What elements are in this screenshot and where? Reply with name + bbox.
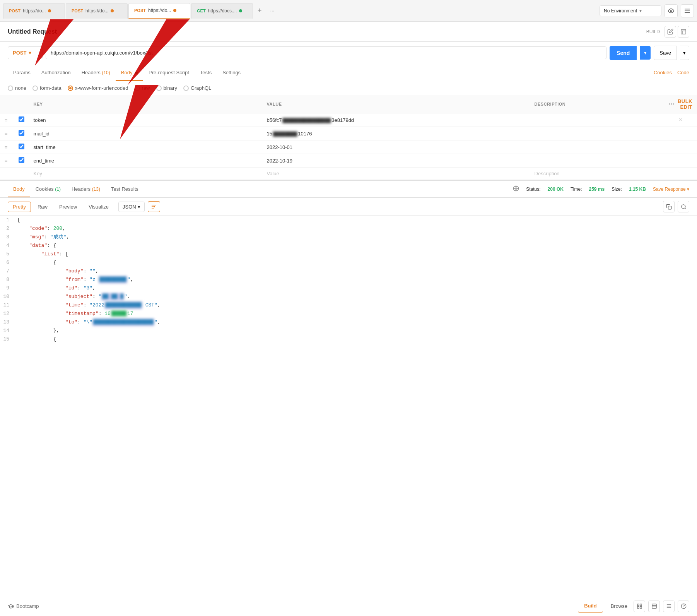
json-viewer: 1 { 2 "code": 200, 3 "msg": "成功", 4 "da <box>0 216 697 344</box>
tab-params[interactable]: Params <box>8 65 36 81</box>
row-key-cell[interactable]: end_time <box>29 154 262 168</box>
cookies-count: (1) <box>55 187 61 192</box>
method-chevron-icon: ▾ <box>29 50 31 56</box>
row-key-cell[interactable]: mail_id <box>29 127 262 140</box>
table-more-button[interactable]: ··· <box>669 101 675 108</box>
tab-3[interactable]: POST https://do... <box>128 3 190 19</box>
send-dropdown-button[interactable]: ▾ <box>640 46 651 60</box>
resp-tab-headers[interactable]: Headers (13) <box>66 181 106 197</box>
url-input[interactable] <box>46 46 606 59</box>
row-desc-cell[interactable] <box>530 113 664 127</box>
empty-desc[interactable]: Description <box>530 168 664 180</box>
row-desc-cell[interactable] <box>530 127 664 140</box>
row-handle: ≡ <box>0 113 14 127</box>
svg-rect-17 <box>637 607 639 608</box>
row-desc-cell[interactable] <box>530 140 664 154</box>
footer-grid-icon-button[interactable] <box>634 601 645 612</box>
json-line-8: 8 "from": "z █████████", <box>0 275 697 284</box>
fmt-tab-visualize[interactable]: Visualize <box>84 202 114 212</box>
bulk-edit-button[interactable]: Bulk Edit <box>678 98 692 110</box>
add-tab-button[interactable]: + <box>254 4 266 17</box>
row-delete-button[interactable]: × <box>679 116 682 123</box>
json-line-11: 11 "time": "2022████████████ CST", <box>0 301 697 310</box>
row-value-cell[interactable]: 2022-10-19 <box>262 154 530 168</box>
row-key-cell[interactable]: start_time <box>29 140 262 154</box>
tab-1[interactable]: POST https://do... <box>3 3 65 19</box>
more-tabs-button[interactable]: ··· <box>266 5 278 16</box>
body-type-urlencoded[interactable]: x-www-form-urlencoded <box>68 85 128 91</box>
time-value: 259 ms <box>589 187 605 192</box>
row-key-cell[interactable]: token <box>29 113 262 127</box>
footer-build-button[interactable]: Build <box>578 600 603 613</box>
tab-tests[interactable]: Tests <box>195 65 217 81</box>
build-button[interactable]: BUILD <box>643 27 663 36</box>
save-response-button[interactable]: Save Response ▾ <box>653 187 689 192</box>
body-type-form-data[interactable]: form-data <box>32 85 62 91</box>
tab-settings[interactable]: Settings <box>217 65 246 81</box>
body-type-binary[interactable]: binary <box>156 85 177 91</box>
environment-selector[interactable]: No Environment ▾ <box>600 5 661 16</box>
save-button[interactable]: Save <box>654 46 677 60</box>
row-value-cell[interactable]: 15████████10176 <box>262 127 530 140</box>
row-checkbox-cell <box>14 140 29 154</box>
row-delete-cell: × <box>664 113 697 127</box>
resp-tab-test-results[interactable]: Test Results <box>106 181 144 197</box>
tab-2[interactable]: POST https://do... <box>66 3 128 19</box>
cookies-link[interactable]: Cookies <box>654 70 672 75</box>
row-checkbox[interactable] <box>19 144 24 149</box>
resp-tab-cookies[interactable]: Cookies (1) <box>30 181 66 197</box>
bootcamp-button[interactable]: Bootcamp <box>8 603 39 609</box>
headers-count: (13) <box>92 187 100 192</box>
footer-icons <box>634 601 689 612</box>
code-link[interactable]: Code <box>677 70 689 75</box>
json-line-6: 6 { <box>0 258 697 267</box>
row-value-cell[interactable]: 2022-10-01 <box>262 140 530 154</box>
json-line-1: 1 { <box>0 216 697 224</box>
save-dropdown-button[interactable]: ▾ <box>680 46 689 60</box>
search-button[interactable] <box>678 201 689 212</box>
edit-icon-button[interactable] <box>665 26 676 38</box>
table-row: ≡ mail_id 15████████10176 <box>0 127 697 140</box>
empty-key[interactable]: Key <box>29 168 262 180</box>
tab-method-3: POST <box>134 8 146 13</box>
eye-icon-button[interactable] <box>665 4 678 17</box>
footer-browse-button[interactable]: Browse <box>605 600 634 612</box>
svg-rect-15 <box>637 604 639 606</box>
send-button[interactable]: Send <box>610 46 637 60</box>
tab-pre-request[interactable]: Pre-request Script <box>143 65 195 81</box>
footer-layout-icon-button[interactable] <box>648 601 660 612</box>
body-type-none[interactable]: none <box>8 85 26 91</box>
body-active-dot <box>135 72 138 74</box>
body-type-graphql[interactable]: GraphQL <box>183 85 211 91</box>
radio-binary <box>156 86 162 91</box>
row-checkbox[interactable] <box>19 157 24 163</box>
wrap-lines-button[interactable] <box>148 201 160 212</box>
col-desc: DESCRIPTION <box>530 95 664 113</box>
footer-help-icon-button[interactable] <box>678 601 689 612</box>
tab-dot-2 <box>111 9 114 12</box>
copy-button[interactable] <box>663 201 675 212</box>
tab-dot-4 <box>239 9 242 12</box>
fmt-tab-preview[interactable]: Preview <box>54 202 82 212</box>
fmt-tab-pretty[interactable]: Pretty <box>8 202 31 212</box>
footer-nav: Build Browse <box>578 600 634 613</box>
tab-authorization[interactable]: Authorization <box>36 65 76 81</box>
settings-icon-button[interactable] <box>681 4 694 17</box>
method-selector[interactable]: POST ▾ <box>8 46 43 59</box>
format-type-selector[interactable]: JSON ▾ <box>118 202 145 212</box>
row-desc-cell[interactable] <box>530 154 664 168</box>
body-type-raw[interactable]: raw <box>135 85 150 91</box>
json-line-13: 13 "to": "\"████████████████████", <box>0 318 697 327</box>
tab-method-1: POST <box>9 9 20 13</box>
tab-body[interactable]: Body <box>116 65 143 81</box>
tab-4[interactable]: GET https://docs.... <box>191 3 253 19</box>
tab-headers[interactable]: Headers (10) <box>76 65 116 81</box>
row-checkbox[interactable] <box>19 130 24 136</box>
row-value-cell[interactable]: b56fc7████████████████3e8179dd <box>262 113 530 127</box>
resp-tab-body[interactable]: Body <box>8 181 30 197</box>
empty-value[interactable]: Value <box>262 168 530 180</box>
note-icon-button[interactable] <box>678 26 689 38</box>
row-checkbox[interactable] <box>19 116 24 122</box>
fmt-tab-raw[interactable]: Raw <box>32 202 53 212</box>
footer-bars-icon-button[interactable] <box>663 601 675 612</box>
